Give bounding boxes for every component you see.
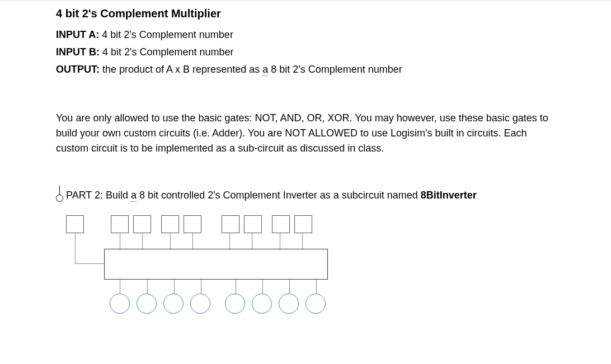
- rules-paragraph: You are only allowed to use the basic ga…: [56, 111, 555, 156]
- input-pin: [133, 215, 151, 233]
- output-pin: [190, 294, 210, 314]
- input-pin: [111, 215, 129, 233]
- wire: [170, 233, 171, 249]
- part2-label: PART 2: [66, 190, 100, 201]
- part2-text-before: : Build: [100, 190, 131, 201]
- input-pin: [184, 215, 201, 233]
- input-a-text: 4 bit 2's Complement number: [99, 29, 233, 40]
- wire: [147, 280, 148, 294]
- input-a-label: INPUT A:: [56, 29, 99, 40]
- wire: [236, 280, 236, 294]
- input-pin: [66, 215, 84, 233]
- wire-elbow: [75, 233, 104, 264]
- part2-circuit-name: 8BitInverter: [421, 190, 477, 201]
- circuit-diagram: [66, 215, 402, 338]
- output-pin: [137, 294, 157, 314]
- output-a: a: [262, 64, 268, 76]
- input-b-line: INPUT B: 4 bit 2's Complement number: [56, 45, 555, 59]
- wire: [120, 233, 120, 249]
- part2-text-after: 8 bit controlled 2's Complement Inverter…: [137, 190, 421, 201]
- wire: [280, 233, 280, 249]
- input-a-line: INPUT A: 4 bit 2's Complement number: [56, 28, 555, 42]
- wire: [289, 280, 290, 294]
- wire: [302, 233, 303, 249]
- wire: [192, 233, 193, 249]
- output-label: OUTPUT:: [56, 64, 100, 75]
- output-pin: [163, 294, 184, 314]
- input-pin: [272, 215, 290, 233]
- input-pin: [244, 215, 262, 233]
- input-pin: [222, 215, 239, 233]
- input-b-label: INPUT B:: [56, 46, 100, 58]
- wire: [316, 280, 317, 294]
- wire: [142, 233, 143, 249]
- wire: [252, 233, 252, 249]
- input-pin: [294, 215, 312, 233]
- input-b-text: 4 bit 2's Complement number: [100, 46, 234, 58]
- output-pin: [306, 294, 326, 314]
- page-title: 4 bit 2's Complement Multiplier: [56, 7, 555, 20]
- output-pin: [279, 294, 299, 314]
- input-pin: [161, 215, 179, 233]
- input-pins-row: [66, 215, 312, 233]
- output-line: OUTPUT: the product of A x B represented…: [56, 63, 555, 77]
- wire: [174, 280, 175, 294]
- part2-a: a: [131, 190, 137, 202]
- output-pins-row: [110, 294, 326, 314]
- cursor-marker: [56, 186, 63, 202]
- wire: [120, 280, 120, 294]
- output-text-after: 8 bit 2's Complement number: [268, 64, 402, 75]
- part2-heading: PART 2: Build a 8 bit controlled 2's Com…: [56, 190, 555, 201]
- wire: [201, 280, 201, 294]
- wire: [229, 233, 230, 249]
- output-text-before: the product of A x B represented as: [100, 64, 262, 75]
- output-pin: [110, 294, 130, 314]
- output-pin: [225, 294, 245, 314]
- subcircuit-body: [104, 249, 328, 280]
- output-pin: [252, 294, 272, 314]
- wire: [262, 280, 263, 294]
